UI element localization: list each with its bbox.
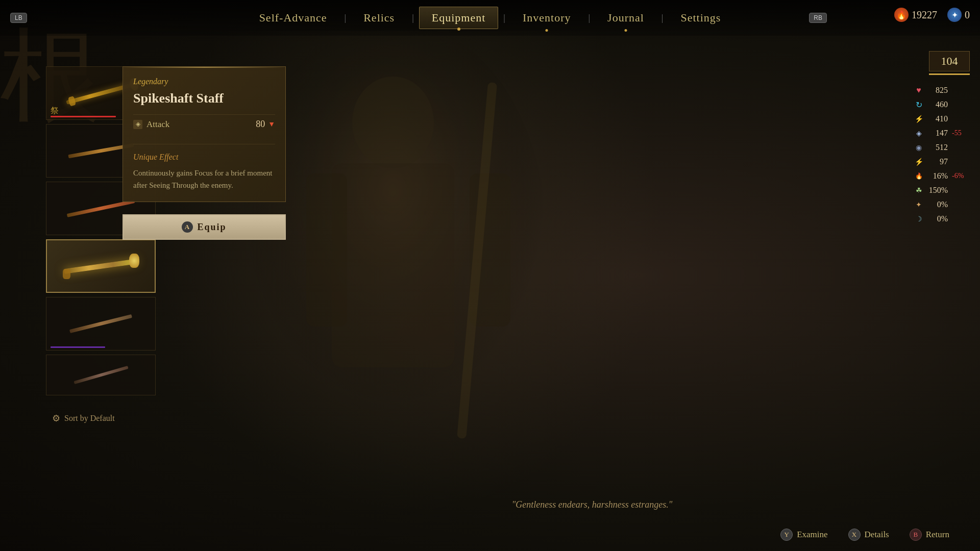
spirit-currency: ✦ 0 (947, 8, 970, 22)
posture-value: 0% (927, 200, 948, 209)
defense-diff: -55 (952, 129, 970, 137)
unique-effect-text: Continuously gains Focus for a brief mom… (133, 167, 275, 191)
stat-row-focus: ⚡ 410 (888, 112, 970, 126)
details-key: X (848, 529, 861, 541)
speed-icon: ⚡ (914, 157, 923, 166)
stamina-value: 460 (927, 100, 948, 109)
svg-point-1 (352, 77, 434, 168)
stat-row-speed: ⚡ 97 (888, 155, 970, 169)
stamina-icon: ↻ (914, 100, 923, 109)
nav-inventory[interactable]: Inventory (510, 7, 583, 29)
item-name: Spikeshaft Staff (133, 90, 275, 106)
stat-row-stamina: ↻ 460 (888, 97, 970, 112)
weapon-visual-6 (60, 357, 142, 393)
journal-dot (624, 29, 627, 32)
nav-equipment[interactable]: Equipment (419, 7, 499, 29)
stat-row-posture: ✦ 0% (888, 197, 970, 212)
details-button[interactable]: X Details (848, 529, 889, 541)
posture-icon: ✦ (914, 200, 923, 209)
sort-button[interactable]: ⚙ Sort by Default (46, 410, 158, 427)
details-label: Details (865, 530, 889, 540)
return-key: B (910, 529, 922, 541)
attack-label: ◈ Attack (133, 119, 169, 130)
equip-key: A (182, 221, 193, 233)
bottom-buttons: Y Examine X Details B Return (780, 529, 949, 541)
item-stat-attack: ◈ Attack 80 ▼ (133, 114, 275, 134)
currency-area: 🔥 19227 ✦ 0 (894, 8, 970, 22)
flame-icon: 🔥 (894, 8, 909, 22)
attack-icon: ◈ (133, 120, 142, 129)
equip-label: Equip (197, 222, 226, 233)
weapon-slot-4[interactable] (46, 239, 156, 293)
attack-diff-icon: ▼ (268, 120, 275, 129)
examine-label: Examine (797, 530, 827, 540)
svg-rect-3 (306, 173, 347, 327)
nav-sep-5: | (662, 13, 664, 23)
stat-row-defense: ◈ 147 -55 (888, 126, 970, 140)
nav-journal[interactable]: Journal (595, 7, 656, 29)
flame-currency: 🔥 19227 (894, 8, 937, 22)
immunity-icon: ☘ (914, 186, 923, 195)
armor-icon: ◉ (914, 143, 923, 152)
defense-icon: ◈ (914, 129, 923, 138)
immunity-value: 150% (927, 186, 948, 195)
item-rarity: Legendary (133, 77, 275, 86)
equip-button[interactable]: A Equip (122, 214, 286, 240)
nav-sep-3: | (503, 13, 505, 23)
level-badge: 104 (929, 51, 970, 71)
weapon-visual-4 (60, 248, 142, 284)
fire-res-icon: 🔥 (914, 171, 923, 181)
quote-text: "Gentleness endears, harshness estranges… (306, 499, 878, 510)
nav-self-advance[interactable]: Self-Advance (247, 7, 339, 29)
sort-icon: ⚙ (52, 413, 60, 424)
weapon-hp-bar-1 (51, 116, 116, 117)
nav-sep-4: | (588, 13, 590, 23)
stat-row-armor: ◉ 512 (888, 140, 970, 155)
focus-value: 410 (927, 114, 948, 123)
flame-amount: 19227 (912, 9, 937, 21)
examine-button[interactable]: Y Examine (780, 529, 827, 541)
speed-value: 97 (927, 157, 948, 166)
armor-value: 512 (927, 143, 948, 152)
weapon-slot-6[interactable] (46, 355, 156, 395)
level-bar (929, 73, 970, 75)
stat-row-recovery: ☽ 0% (888, 212, 970, 226)
item-detail-panel: Legendary Spikeshaft Staff ◈ Attack 80 ▼… (122, 66, 286, 240)
stats-panel: 104 ♥ 825 ↻ 460 ⚡ 410 ◈ 147 -55 ◉ 512 ⚡ … (888, 51, 970, 226)
lb-button[interactable]: LB (10, 13, 27, 23)
spirit-icon: ✦ (947, 8, 962, 22)
weapon-slot-5[interactable] (46, 297, 156, 350)
return-label: Return (926, 530, 949, 540)
nav-items: Self-Advance | Relics | Equipment | Inve… (247, 7, 733, 29)
stat-row-health: ♥ 825 (888, 83, 970, 97)
sort-label: Sort by Default (64, 414, 115, 423)
defense-value: 147 (927, 129, 948, 138)
recovery-value: 0% (927, 214, 948, 223)
health-value: 825 (927, 86, 948, 95)
top-navigation: LB Self-Advance | Relics | Equipment | I… (0, 0, 980, 36)
unique-effect-title: Unique Effect (133, 153, 275, 162)
nav-sep-1: | (345, 13, 347, 23)
attack-value: 80 ▼ (256, 119, 275, 130)
stat-row-fire-res: 🔥 16% -6% (888, 169, 970, 183)
nav-relics[interactable]: Relics (351, 7, 407, 29)
stat-row-immunity: ☘ 150% (888, 183, 970, 197)
fire-res-value: 16% (927, 171, 948, 181)
return-button[interactable]: B Return (910, 529, 949, 541)
item-card: Legendary Spikeshaft Staff ◈ Attack 80 ▼… (122, 66, 286, 202)
health-icon: ♥ (914, 86, 923, 95)
weapon-purple-bar-5 (51, 346, 105, 348)
fire-res-diff: -6% (952, 172, 970, 180)
examine-key: Y (780, 529, 793, 541)
focus-icon: ⚡ (914, 114, 923, 123)
nav-sep-2: | (412, 13, 414, 23)
weapon-visual-5 (60, 306, 142, 342)
nav-settings[interactable]: Settings (668, 7, 733, 29)
rb-button[interactable]: RB (809, 13, 827, 23)
recovery-icon: ☽ (914, 214, 923, 223)
svg-rect-2 (332, 163, 454, 367)
inventory-dot (546, 29, 548, 32)
spirit-amount: 0 (965, 9, 970, 21)
unique-effect-section: Unique Effect Continuously gains Focus f… (133, 144, 275, 191)
